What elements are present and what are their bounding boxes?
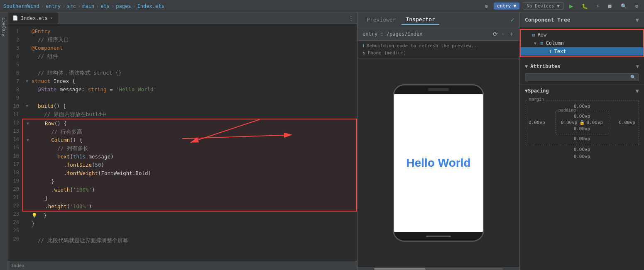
tree-item-column[interactable]: ▼ ⊟ Column <box>521 39 643 47</box>
extra-spacing-value-1: 0.00vp <box>525 147 639 152</box>
code-editor: 123456 789101112 131415161718 1920212223… <box>7 24 357 261</box>
previewer-path: entry : /pages/Index <box>362 31 490 37</box>
spacing-arrow-icon[interactable]: ▼ <box>636 88 639 94</box>
component-tree-title: Component Tree <box>525 17 636 23</box>
code-line-15: // 列有多长 <box>23 144 356 153</box>
spacing-header[interactable]: ▼ Spacing ▼ <box>520 85 644 97</box>
editor-status-bar: Index <box>7 261 357 270</box>
tab-previewer[interactable]: Previewer <box>362 15 400 24</box>
phone-notch <box>394 85 483 94</box>
zoom-in-icon[interactable]: ＋ <box>509 30 514 38</box>
breadcrumb-sep-6: › <box>132 3 135 9</box>
bug-icon[interactable]: 🐛 <box>579 2 590 10</box>
device-info: ↻ Phone (medium) <box>362 50 514 56</box>
tree-item-row[interactable]: ⊞ Row <box>521 31 643 39</box>
active-tab-label[interactable]: Index <box>11 263 24 268</box>
scrollbar-track <box>374 268 503 270</box>
code-line-17: .fontSize(50) <box>23 161 356 169</box>
attributes-title: Attributes <box>530 63 636 69</box>
attributes-arrow-icon[interactable]: ▼ <box>636 63 639 69</box>
device-label: Phone (medium) <box>368 50 406 56</box>
entry-dropdown[interactable]: entry ▼ <box>494 2 519 10</box>
code-line-11: // 界面内容放在build中 <box>22 110 357 119</box>
padding-inner-values: 0.00vp 🔒 0.00vp <box>561 120 603 125</box>
breadcrumb-sep-1: › <box>41 3 44 9</box>
device-dropdown[interactable]: No Devices ▼ <box>523 2 563 10</box>
gear-icon[interactable]: ⚙ <box>482 2 490 10</box>
text-node-label: Text <box>554 49 566 54</box>
row-node-icon: ⊞ <box>532 32 535 38</box>
column-expand-icon[interactable]: ▼ <box>534 41 539 46</box>
breadcrumb-item-5[interactable]: ets <box>100 3 110 9</box>
code-line-26: // 此段代码就是让界面撑满整个屏幕 <box>22 236 357 245</box>
stop-icon[interactable]: ⏹ <box>605 2 615 10</box>
line-numbers: 123456 789101112 131415161718 1920212223… <box>7 24 22 261</box>
breadcrumb-item-2[interactable]: entry <box>46 3 61 9</box>
refresh-icon[interactable]: ↻ <box>362 50 365 56</box>
breadcrumb-item-1[interactable]: SouthernWind <box>3 3 39 9</box>
text-node-icon: T <box>549 49 552 54</box>
code-line-22: .height('100%') <box>23 202 356 211</box>
column-node-label: Column <box>546 40 564 46</box>
breadcrumb-sep-2: › <box>62 3 65 9</box>
breadcrumb-item-3[interactable]: src <box>67 3 76 9</box>
run-icon[interactable]: ▶ <box>567 1 576 11</box>
code-content[interactable]: @Entry // 程序入口 @Component // 组件 // 结构体，语… <box>22 24 357 261</box>
tab-more-btn[interactable]: ⋮ <box>345 15 357 21</box>
previewer-scrollbar[interactable] <box>358 268 519 270</box>
code-line-8: @State message: string = 'Hello World' <box>22 85 357 94</box>
spacing-section: ▼ Spacing ▼ margin 0.00vp 0.00vp padding… <box>520 85 644 270</box>
home-indicator <box>426 236 451 237</box>
extra-spacing-value-2: 0.00vp <box>525 154 639 159</box>
code-line-16: Text(this.message) <box>23 153 356 161</box>
phone-frame-wrapper: Hello World <box>358 58 519 268</box>
margin-middle-row: 0.00vp padding 0.00vp 0.00vp 🔒 0.00vp 0.… <box>529 111 635 134</box>
breadcrumb: SouthernWind › entry › src › main › ets … <box>3 3 164 9</box>
hello-world-text: Hello World <box>406 156 470 170</box>
tab-filename: Index.ets <box>21 15 48 21</box>
check-icon: ✓ <box>510 16 514 24</box>
project-sidebar: Project <box>0 12 7 270</box>
code-line-5 <box>22 61 357 69</box>
previewer-tab-bar: Previewer Inspector ✓ <box>358 12 519 27</box>
component-tree-collapse-icon[interactable]: ▼ <box>636 17 639 23</box>
breadcrumb-item-4[interactable]: main <box>82 3 94 9</box>
tab-inspector[interactable]: Inspector <box>402 15 439 25</box>
margin-top-value: 0.00vp <box>529 104 635 109</box>
attributes-search-box[interactable]: 🔍 <box>525 73 639 81</box>
code-line-9 <box>22 94 357 102</box>
margin-left-value: 0.00vp <box>529 120 545 125</box>
editor-area: 📄 Index.ets × ⋮ 123456 789101112 1314151… <box>7 12 357 270</box>
component-tree: ⊞ Row ▼ ⊟ Column T Text <box>520 27 644 59</box>
search-icon: 🔍 <box>630 75 636 80</box>
zoom-out-icon[interactable]: － <box>500 30 506 38</box>
code-line-23: 💡 } <box>22 212 357 220</box>
code-line-1: @Entry <box>22 27 357 36</box>
lock-icon[interactable]: 🔒 <box>579 120 585 125</box>
code-line-3: @Component <box>22 44 357 52</box>
info-dot-icon: ℹ <box>362 43 364 49</box>
code-line-10: ▼ build() { <box>22 102 357 110</box>
editor-tab-index-ets[interactable]: 📄 Index.ets × <box>7 12 58 24</box>
spacing-content: margin 0.00vp 0.00vp padding 0.00vp 0.00… <box>520 97 644 163</box>
top-bar: SouthernWind › entry › src › main › ets … <box>0 0 644 12</box>
sync-icon[interactable]: ⟳ <box>493 31 498 37</box>
rebuild-info: ℹ Rebuilding code to refresh the preview… <box>362 43 514 49</box>
scrollbar-thumb[interactable] <box>374 268 426 270</box>
padding-label: padding <box>558 108 577 112</box>
tab-close-btn[interactable]: × <box>50 16 53 20</box>
settings-icon-top[interactable]: ⚙ <box>633 2 641 10</box>
padding-right-value: 0.00vp <box>587 120 603 125</box>
attributes-header[interactable]: ▼ Attributes ▼ <box>520 61 644 72</box>
previewer-toolbar: entry : /pages/Index ⟳ － ＋ <box>358 27 519 41</box>
top-bar-right: ⚙ entry ▼ No Devices ▼ ▶ 🐛 ⚡ ⏹ 🔍 ⚙ <box>482 1 641 11</box>
profile-icon[interactable]: ⚡ <box>594 2 602 10</box>
tree-item-text[interactable]: T Text <box>521 47 643 56</box>
breadcrumb-item-6[interactable]: pages <box>116 3 131 9</box>
padding-top-value: 0.00vp <box>561 114 603 119</box>
phone-home-bar <box>394 232 483 241</box>
padding-bottom-value: 0.00vp <box>561 126 603 131</box>
attributes-search-input[interactable] <box>528 75 630 80</box>
search-icon-top[interactable]: 🔍 <box>618 2 629 10</box>
margin-right-value: 0.00vp <box>619 120 635 125</box>
